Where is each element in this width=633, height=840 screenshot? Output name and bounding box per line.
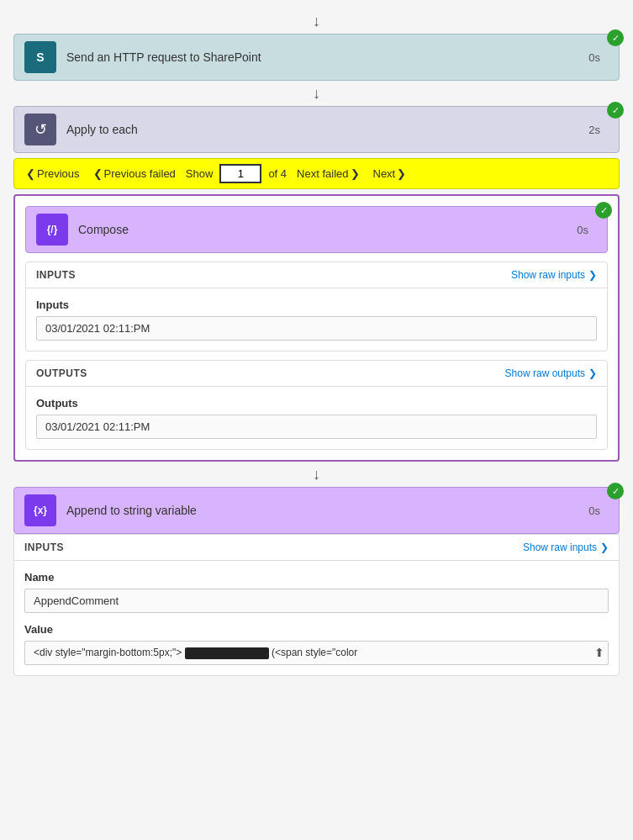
append-card-title: Append to string variable [66, 504, 588, 517]
chevron-right-append-inputs-icon: ❯ [600, 542, 609, 553]
compose-card-title: Compose [78, 223, 577, 236]
show-raw-outputs-link[interactable]: Show raw outputs ❯ [505, 367, 597, 379]
outputs-header-label: OUTPUTS [36, 367, 87, 379]
chevron-right-inputs-icon: ❯ [588, 269, 597, 281]
redacted-content [185, 647, 269, 659]
show-label: Show [186, 167, 214, 180]
append-card[interactable]: {x} Append to string variable 0s ✓ [13, 487, 620, 534]
of-label: of 4 [268, 167, 287, 180]
append-value-field-value: <div style="margin-bottom:5px;"> (<span … [24, 641, 609, 665]
append-inputs-section-header: INPUTS Show raw inputs ❯ [14, 535, 619, 561]
apply-card-duration: 2s [588, 124, 600, 136]
inputs-field-value: 03/01/2021 02:11:PM [36, 316, 597, 341]
inputs-section-body: Inputs 03/01/2021 02:11:PM [26, 288, 607, 351]
next-failed-button[interactable]: Next failed ❯ [293, 167, 362, 180]
scroll-arrow-icon: ⬆ [594, 646, 604, 659]
previous-button[interactable]: ❮ Previous [23, 167, 83, 180]
inner-flow-container: {/} Compose 0s ✓ INPUTS Show raw inputs … [13, 194, 620, 462]
chevron-right-icon-next: ❯ [397, 167, 406, 180]
append-card-duration: 0s [588, 505, 600, 517]
outputs-field-value: 03/01/2021 02:11:PM [36, 415, 597, 439]
append-card-icon: {x} [24, 494, 56, 526]
outputs-field-label: Outputs [36, 397, 597, 409]
chevron-right-outputs-icon: ❯ [588, 367, 597, 379]
append-value-field-label: Value [24, 623, 609, 636]
inputs-section: INPUTS Show raw inputs ❯ Inputs 03/01/20… [25, 262, 608, 351]
compose-card-icon: {/} [36, 214, 68, 246]
append-inputs-section: INPUTS Show raw inputs ❯ Name AppendComm… [13, 534, 620, 676]
append-inputs-header-label: INPUTS [24, 542, 64, 553]
apply-to-each-card[interactable]: ↺ Apply to each 2s ✓ [13, 106, 620, 153]
flow-container: ↓ S Send an HTTP request to SharePoint 0… [0, 0, 633, 693]
append-name-field-value: AppendComment [24, 589, 609, 613]
append-inputs-section-body: Name AppendComment Value <div style="mar… [14, 561, 619, 675]
inputs-header-label: INPUTS [36, 269, 76, 281]
compose-success-badge: ✓ [595, 202, 612, 219]
append-name-field-label: Name [24, 571, 609, 584]
http-success-badge: ✓ [607, 29, 624, 46]
outputs-section-body: Outputs 03/01/2021 02:11:PM [26, 387, 607, 449]
compose-card-duration: 0s [577, 224, 588, 236]
previous-failed-button[interactable]: ❮ Previous failed [90, 167, 179, 180]
show-raw-inputs-link[interactable]: Show raw inputs ❯ [511, 269, 597, 281]
pagination-bar: ❮ Previous ❮ Previous failed Show of 4 N… [13, 158, 620, 189]
next-button[interactable]: Next ❯ [370, 167, 410, 180]
apply-card-icon: ↺ [24, 114, 56, 145]
top-arrow-connector: ↓ [313, 8, 320, 34]
http-card-title: Send an HTTP request to SharePoint [66, 50, 588, 64]
arrow-connector-1: ↓ [313, 81, 320, 106]
chevron-left-icon-prev: ❮ [26, 167, 35, 180]
http-card-icon: S [24, 41, 56, 73]
http-request-card[interactable]: S Send an HTTP request to SharePoint 0s … [13, 34, 620, 81]
apply-card-title: Apply to each [66, 123, 588, 136]
inputs-field-label: Inputs [36, 298, 597, 311]
apply-success-badge: ✓ [607, 102, 624, 119]
http-card-duration: 0s [588, 51, 600, 64]
arrow-connector-2: ↓ [313, 462, 320, 487]
append-show-raw-inputs-link[interactable]: Show raw inputs ❯ [523, 542, 609, 553]
outputs-section: OUTPUTS Show raw outputs ❯ Outputs 03/01… [25, 360, 608, 450]
chevron-left-icon-prev-failed: ❮ [93, 167, 103, 180]
outputs-section-header: OUTPUTS Show raw outputs ❯ [26, 361, 607, 387]
inputs-section-header: INPUTS Show raw inputs ❯ [26, 262, 607, 288]
compose-card[interactable]: {/} Compose 0s ✓ [25, 206, 608, 253]
chevron-right-icon-next-failed: ❯ [351, 167, 360, 180]
append-success-badge: ✓ [607, 483, 624, 499]
page-number-input[interactable] [219, 164, 261, 183]
